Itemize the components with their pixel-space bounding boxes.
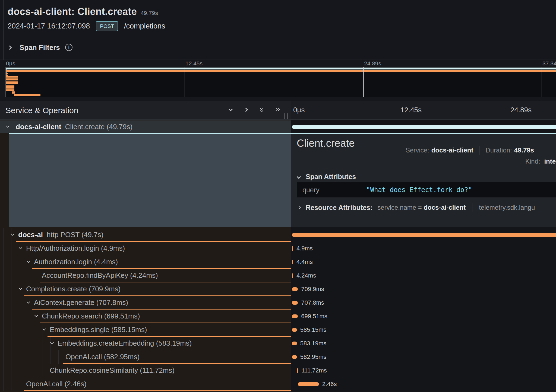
span-tree-row[interactable]: AccountRepo.findByApiKey (4.24ms) <box>0 269 291 282</box>
attribute-value[interactable]: "What does Effect.fork do?" <box>366 186 472 194</box>
timeline-tick: 12.45s <box>400 106 422 114</box>
timeline-row[interactable]: 4.24ms <box>291 269 556 282</box>
indent-guides <box>3 337 55 350</box>
chevron-right-icon[interactable] <box>8 46 12 50</box>
duration-label: 4.4ms <box>296 259 313 266</box>
timeline-row[interactable]: 582.95ms <box>291 350 556 364</box>
minimap-span-bar <box>6 85 14 91</box>
span-name[interactable]: Embeddings.single (585.15ms) <box>50 326 147 334</box>
minimap-gridline <box>363 67 364 97</box>
span-name[interactable]: docs-aihttp POST (49.7s) <box>18 231 103 239</box>
span-tree-row[interactable]: Authorization.login (4.4ms) <box>0 255 291 269</box>
timeline-row[interactable]: 585.15ms <box>291 323 556 337</box>
span-bar[interactable] <box>292 273 293 278</box>
tree-controls <box>228 107 281 113</box>
operation-name: OpenAI.call (582.95ms) <box>65 353 140 361</box>
overview-tick: 24.89s <box>364 60 381 67</box>
column-resize-handle[interactable] <box>285 113 288 119</box>
span-name[interactable]: ChunkRepo.search (699.51ms) <box>42 312 140 320</box>
duration-label: 585.15ms <box>300 326 327 333</box>
span-name[interactable]: docs-ai-clientClient.create (49.79s) <box>16 123 132 131</box>
span-bar[interactable] <box>292 314 298 318</box>
meta-divider <box>479 146 479 155</box>
span-tree-row[interactable]: ChunkRepo.search (699.51ms) <box>0 310 291 323</box>
span-name[interactable]: AiContext.generate (707.8ms) <box>34 298 128 307</box>
timeline-row[interactable]: 2.46s <box>291 377 556 391</box>
duration-label: 111.72ms <box>301 367 327 374</box>
span-tree-row[interactable]: OpenAI.call (2.46s) <box>0 377 291 391</box>
span-detail-meta: Service: docs-ai-client Duration: 49.79s <box>406 146 556 155</box>
timeline-row[interactable]: 699.51ms <box>291 310 556 323</box>
span-tree-row[interactable]: Completions.create (709.9ms) <box>0 282 291 296</box>
service-operation-header: Service & Operation <box>0 101 291 120</box>
collapse-all-icon[interactable] <box>259 107 266 113</box>
service-name: docs-ai <box>18 231 43 239</box>
minimap-span-bar <box>6 75 8 76</box>
timeline-row[interactable]: 111.72ms <box>291 364 556 377</box>
timeline-row[interactable] <box>291 120 556 133</box>
resource-attributes-section[interactable]: Resource Attributes: service.name = docs… <box>298 203 556 212</box>
timeline-row[interactable]: 583.19ms <box>291 337 556 350</box>
span-bar[interactable] <box>292 328 297 332</box>
span-attributes-section[interactable]: Span Attributes <box>297 173 356 181</box>
span-tree-row[interactable]: docs-ai-clientClient.create (49.79s) <box>0 120 291 133</box>
span-name[interactable]: OpenAI.call (582.95ms) <box>65 353 140 361</box>
operation-name: AiContext.generate (707.8ms) <box>34 298 128 307</box>
span-bar[interactable] <box>292 246 293 251</box>
span-tree-row[interactable]: Embeddings.createEmbedding (583.19ms) <box>0 337 291 350</box>
expand-all-icon[interactable] <box>274 107 281 113</box>
span-name[interactable]: AccountRepo.findByApiKey (4.24ms) <box>42 271 158 280</box>
span-tree-row[interactable]: AiContext.generate (707.8ms) <box>0 296 291 310</box>
minimap-span-bar <box>6 76 18 80</box>
duration-value: 49.79s <box>514 146 534 154</box>
attribute-key: query <box>302 186 320 194</box>
attributes-table: query "What does Effect.fork do?" <box>297 182 556 198</box>
span-bar[interactable] <box>292 260 293 264</box>
span-bar[interactable] <box>292 233 556 237</box>
resource-attr-key: service.name <box>377 204 416 211</box>
span-bar[interactable] <box>292 355 297 359</box>
duration-label: 709.9ms <box>301 286 324 293</box>
overview-tick: 37.34s <box>542 60 556 67</box>
span-tree-row[interactable]: ChunkRepo.cosineSimilarity (111.72ms) <box>0 364 291 377</box>
timeline-row[interactable]: 707.8ms <box>291 296 556 310</box>
span-name[interactable]: Authorization.login (4.4ms) <box>34 258 118 266</box>
timeline-row[interactable] <box>291 228 556 242</box>
span-tree-row[interactable]: Http/Authorization.login (4.9ms) <box>0 242 291 255</box>
chevron-right-icon[interactable] <box>298 206 301 209</box>
chevron-down-icon[interactable] <box>297 175 301 179</box>
span-name[interactable]: Http/Authorization.login (4.9ms) <box>26 244 125 253</box>
timeline-row[interactable]: 709.9ms <box>291 282 556 296</box>
span-attributes-label[interactable]: Span Attributes <box>306 173 356 181</box>
span-name[interactable]: ChunkRepo.cosineSimilarity (111.72ms) <box>50 366 175 375</box>
expand-one-icon[interactable] <box>244 107 250 113</box>
span-filters-section[interactable]: Span Filters i <box>0 39 556 59</box>
span-bar[interactable] <box>292 287 298 291</box>
span-filters-label[interactable]: Span Filters <box>20 43 60 52</box>
collapse-one-icon[interactable] <box>228 107 235 113</box>
span-bar[interactable] <box>292 342 297 345</box>
resource-attributes-label[interactable]: Resource Attributes: <box>306 204 372 212</box>
page-title: docs-ai-client: Client.create49.79s <box>8 6 158 17</box>
timeline-row[interactable]: 4.9ms <box>291 242 556 255</box>
operation-name: Authorization.login (4.4ms) <box>34 258 118 266</box>
duration-label: Duration: <box>485 146 512 154</box>
span-bar[interactable] <box>292 125 556 129</box>
timeline-minimap[interactable] <box>5 67 556 97</box>
duration-label: 582.95ms <box>300 353 327 361</box>
timeline-row[interactable]: 4.4ms <box>291 255 556 269</box>
indent-guides <box>3 364 48 377</box>
span-tree-row[interactable]: Embeddings.single (585.15ms) <box>0 323 291 337</box>
span-bar[interactable] <box>297 368 298 373</box>
span-bar[interactable] <box>298 382 319 386</box>
service-operation-title: Service & Operation <box>5 106 78 115</box>
span-tree-row[interactable]: docs-aihttp POST (49.7s) <box>0 228 291 242</box>
operation-name: http POST (49.7s) <box>47 231 103 239</box>
span-tree-row[interactable]: OpenAI.call (582.95ms) <box>0 350 291 364</box>
span-name[interactable]: Embeddings.createEmbedding (583.19ms) <box>58 339 192 348</box>
span-name[interactable]: Completions.create (709.9ms) <box>26 285 121 293</box>
span-name[interactable]: OpenAI.call (2.46s) <box>26 380 87 388</box>
chevron-down-icon[interactable] <box>6 124 10 128</box>
info-icon[interactable]: i <box>65 44 72 51</box>
span-bar[interactable] <box>292 301 298 305</box>
